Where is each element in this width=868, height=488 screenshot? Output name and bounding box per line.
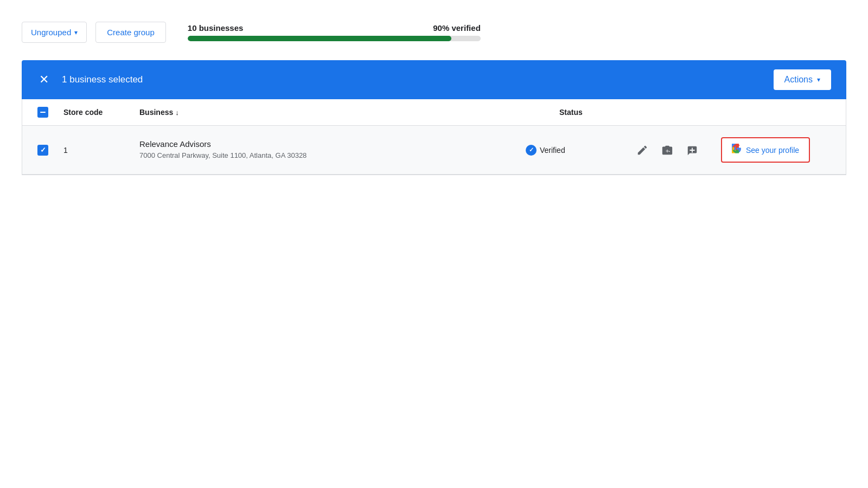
close-icon: ✕ bbox=[39, 73, 49, 87]
stats-section: 10 businesses 90% verified bbox=[188, 23, 481, 41]
post-add-icon bbox=[686, 144, 698, 156]
selected-count-text: 1 business selected bbox=[62, 74, 143, 85]
actions-button[interactable]: Actions ▾ bbox=[774, 69, 831, 90]
table-row: 1 Relevance Advisors 7000 Central Parkwa… bbox=[22, 126, 846, 175]
see-profile-label: See your profile bbox=[746, 146, 799, 155]
ungrouped-button[interactable]: Ungrouped ▾ bbox=[22, 22, 87, 43]
google-g-icon bbox=[732, 144, 742, 156]
selection-banner: ✕ 1 business selected Actions ▾ bbox=[22, 60, 846, 99]
table-header: Store code Business ↓ Status bbox=[22, 99, 846, 126]
create-group-button[interactable]: Create group bbox=[95, 22, 166, 43]
ungrouped-label: Ungrouped bbox=[31, 28, 71, 37]
row-checkbox-cell bbox=[37, 145, 63, 156]
actions-chevron-icon: ▾ bbox=[817, 76, 820, 84]
header-checkbox-cell bbox=[37, 107, 63, 118]
row-store-code: 1 bbox=[63, 146, 139, 155]
selection-banner-left: ✕ 1 business selected bbox=[37, 70, 143, 89]
add-photo-button[interactable] bbox=[659, 142, 675, 158]
verified-percent: 90% verified bbox=[433, 23, 481, 33]
ungrouped-chevron-icon: ▾ bbox=[74, 29, 78, 36]
sort-arrow-icon: ↓ bbox=[175, 108, 179, 117]
row-status: Verified bbox=[526, 145, 634, 156]
top-toolbar: Ungrouped ▾ Create group 10 businesses 9… bbox=[22, 22, 846, 43]
minus-checkbox[interactable] bbox=[37, 107, 48, 118]
header-business-label: Business bbox=[139, 108, 173, 117]
progress-bar-fill bbox=[188, 36, 451, 41]
businesses-count: 10 businesses bbox=[188, 23, 244, 33]
row-checkbox[interactable] bbox=[37, 145, 48, 156]
header-business: Business ↓ bbox=[139, 108, 559, 117]
pencil-icon bbox=[636, 144, 648, 156]
page-wrapper: Ungrouped ▾ Create group 10 businesses 9… bbox=[11, 0, 857, 186]
camera-plus-icon bbox=[661, 144, 673, 156]
header-status: Status bbox=[559, 108, 668, 117]
row-action-icons bbox=[634, 142, 700, 158]
header-store-code: Store code bbox=[63, 108, 139, 117]
progress-bar-container bbox=[188, 36, 481, 41]
see-profile-container: See your profile bbox=[700, 137, 831, 163]
table-container: Store code Business ↓ Status 1 Relevance… bbox=[22, 99, 846, 175]
verified-text: Verified bbox=[540, 146, 565, 155]
add-post-button[interactable] bbox=[684, 142, 700, 158]
close-selection-button[interactable]: ✕ bbox=[37, 70, 51, 89]
create-group-label: Create group bbox=[107, 28, 155, 37]
edit-button[interactable] bbox=[634, 142, 650, 158]
business-address: 7000 Central Parkway, Suite 1100, Atlant… bbox=[139, 151, 526, 160]
stats-labels: 10 businesses 90% verified bbox=[188, 23, 481, 33]
row-business: Relevance Advisors 7000 Central Parkway,… bbox=[139, 139, 526, 160]
business-name: Relevance Advisors bbox=[139, 139, 526, 149]
google-logo-icon bbox=[732, 144, 742, 153]
verified-icon bbox=[526, 145, 537, 156]
actions-label: Actions bbox=[784, 75, 813, 85]
see-profile-button[interactable]: See your profile bbox=[721, 137, 810, 163]
